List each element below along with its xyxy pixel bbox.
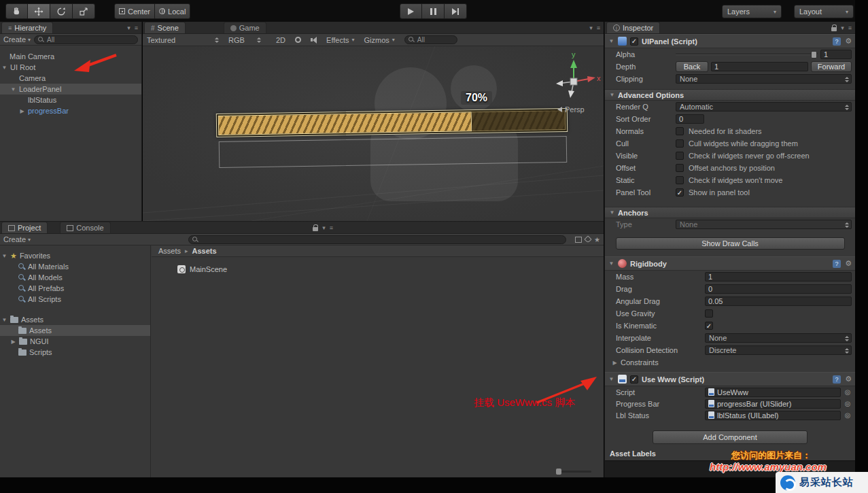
favorites-filter-icon[interactable]: ★ <box>594 236 600 243</box>
foldout-open-icon[interactable]: ▼ <box>1 65 7 71</box>
favorites-root[interactable]: ▼★Favorites <box>0 250 150 261</box>
foldout-open-icon[interactable]: ▼ <box>608 260 614 267</box>
uipanel-component-header[interactable]: ▼ UIPanel (Script) ?⚙ <box>605 34 855 48</box>
favorite-all-prefabs[interactable]: All Prefabs <box>0 283 150 294</box>
folder-assets[interactable]: Assets <box>0 325 150 336</box>
depth-back-button[interactable]: Back <box>676 61 708 72</box>
gizmos-dropdown[interactable]: Gizmos▾ <box>364 36 395 44</box>
hierarchy-item-progressbar[interactable]: ▶progressBar <box>0 105 141 116</box>
hierarchy-create-button[interactable]: Create▾ <box>3 35 31 44</box>
audio-toggle-button[interactable] <box>311 37 317 44</box>
favorite-all-materials[interactable]: All Materials <box>0 261 150 272</box>
panel-menu-icon[interactable]: ≡ <box>135 24 138 31</box>
gear-icon[interactable]: ⚙ <box>845 37 852 46</box>
script-object-field[interactable]: UseWww <box>705 388 841 397</box>
mass-field[interactable]: 1 <box>705 272 852 282</box>
hierarchy-item-lblstatus[interactable]: lblStatus <box>0 95 141 105</box>
asset-mainscene[interactable]: MainScene <box>177 264 604 275</box>
render-queue-dropdown[interactable]: Automatic <box>676 102 852 112</box>
hierarchy-search-input[interactable]: All <box>34 35 138 44</box>
tab-project[interactable]: Project <box>1 222 48 233</box>
constraints-foldout[interactable]: ▶Constraints <box>605 356 855 369</box>
render-channel-dropdown[interactable]: RGB <box>228 36 261 44</box>
panel-tool-checkbox[interactable] <box>676 188 684 197</box>
progress-bar-object-field[interactable]: progressBar (UISlider) <box>705 399 841 409</box>
rigidbody-component-header[interactable]: ▼ Rigidbody ?⚙ <box>605 256 855 271</box>
hand-tool-button[interactable] <box>5 3 28 19</box>
object-picker-icon[interactable]: ◎ <box>844 388 852 396</box>
help-icon[interactable]: ? <box>833 260 841 268</box>
asset-labels-header[interactable]: Asset Labels <box>605 449 855 460</box>
collision-detection-dropdown[interactable]: Discrete <box>705 345 852 355</box>
cull-checkbox[interactable] <box>676 139 684 148</box>
hierarchy-item-loaderpanel[interactable]: ▼LoaderPanel <box>0 84 141 95</box>
label-filter-icon[interactable] <box>584 235 591 243</box>
persp-label[interactable]: Persp <box>565 105 585 114</box>
interpolate-dropdown[interactable]: None <box>705 333 852 343</box>
folder-scripts[interactable]: Scripts <box>0 347 150 358</box>
visible-checkbox[interactable] <box>676 152 684 160</box>
scene-orientation-gizmo[interactable]: y x Persp <box>548 49 602 117</box>
asset-pack-icon[interactable] <box>575 237 582 243</box>
space-toggle-button[interactable]: Local <box>155 3 190 19</box>
object-picker-icon[interactable]: ◎ <box>844 400 852 407</box>
tab-console[interactable]: Console <box>60 222 110 233</box>
uipanel-enabled-checkbox[interactable] <box>630 37 638 46</box>
slider-knob[interactable] <box>811 51 817 58</box>
show-draw-calls-button[interactable]: Show Draw Calls <box>616 237 845 250</box>
anchors-header[interactable]: ▼Anchors <box>605 207 855 218</box>
pause-button[interactable] <box>422 3 445 19</box>
lock-icon[interactable] <box>831 27 837 31</box>
foldout-open-icon[interactable]: ▼ <box>608 376 614 382</box>
panel-dropdown-icon[interactable]: ▾ <box>127 24 131 31</box>
advanced-options-header[interactable]: ▼Advanced Options <box>605 89 855 101</box>
clipping-dropdown[interactable]: None <box>676 74 852 84</box>
rotate-tool-button[interactable] <box>50 3 73 19</box>
panel-menu-icon[interactable]: ≡ <box>330 224 333 231</box>
usewww-component-header[interactable]: ▼ Use Www (Script) ?⚙ <box>605 372 855 386</box>
alpha-slider[interactable] <box>676 50 818 59</box>
tab-hierarchy[interactable]: ≡Hierarchy <box>1 22 53 33</box>
project-create-button[interactable]: Create▾ <box>3 235 31 243</box>
tab-game[interactable]: Game <box>224 22 266 33</box>
hierarchy-item-camera[interactable]: Camera <box>0 73 141 84</box>
static-checkbox[interactable] <box>676 176 684 184</box>
scale-tool-button[interactable] <box>73 3 95 19</box>
scene-search-input[interactable]: All <box>404 35 457 44</box>
favorite-all-scripts[interactable]: All Scripts <box>0 294 150 305</box>
panel-dropdown-icon[interactable]: ▾ <box>589 24 593 31</box>
pivot-toggle-button[interactable]: Center <box>114 3 155 19</box>
help-icon[interactable]: ? <box>833 375 841 384</box>
gear-icon[interactable]: ⚙ <box>845 259 852 268</box>
lock-icon[interactable] <box>313 227 318 231</box>
panel-menu-icon[interactable]: ≡ <box>597 24 600 31</box>
thumbnail-zoom-slider[interactable] <box>556 471 591 473</box>
anchor-type-dropdown[interactable]: None <box>676 220 852 229</box>
panel-menu-icon[interactable]: ≡ <box>848 24 852 31</box>
alpha-value-field[interactable]: 1 <box>820 50 852 59</box>
normals-checkbox[interactable] <box>676 127 684 135</box>
panel-dropdown-icon[interactable]: ▾ <box>841 24 844 31</box>
help-icon[interactable]: ? <box>833 37 841 46</box>
project-search-input[interactable] <box>188 235 566 244</box>
hierarchy-item-main-camera[interactable]: Main Camera <box>0 51 141 62</box>
depth-value-field[interactable]: 1 <box>711 62 808 71</box>
offset-checkbox[interactable] <box>676 164 684 172</box>
move-tool-button[interactable] <box>28 3 50 19</box>
add-component-button[interactable]: Add Component <box>653 430 808 444</box>
depth-forward-button[interactable]: Forward <box>811 61 852 72</box>
2d-toggle-button[interactable]: 2D <box>276 36 285 44</box>
angular-drag-field[interactable]: 0.05 <box>705 296 852 306</box>
sort-order-field[interactable]: 0 <box>676 114 704 124</box>
favorite-all-models[interactable]: All Models <box>0 272 150 283</box>
is-kinematic-checkbox[interactable] <box>705 322 713 330</box>
layout-dropdown[interactable]: Layout▾ <box>794 5 854 18</box>
shading-mode-dropdown[interactable]: Textured <box>147 36 219 44</box>
slider-knob[interactable] <box>556 469 561 475</box>
foldout-open-icon[interactable]: ▼ <box>608 38 614 44</box>
panel-dropdown-icon[interactable]: ▾ <box>322 224 326 231</box>
folder-ngui[interactable]: ▶NGUI <box>0 336 150 347</box>
foldout-open-icon[interactable]: ▼ <box>1 317 7 323</box>
foldout-open-icon[interactable]: ▼ <box>1 253 7 259</box>
foldout-open-icon[interactable]: ▼ <box>10 86 16 92</box>
